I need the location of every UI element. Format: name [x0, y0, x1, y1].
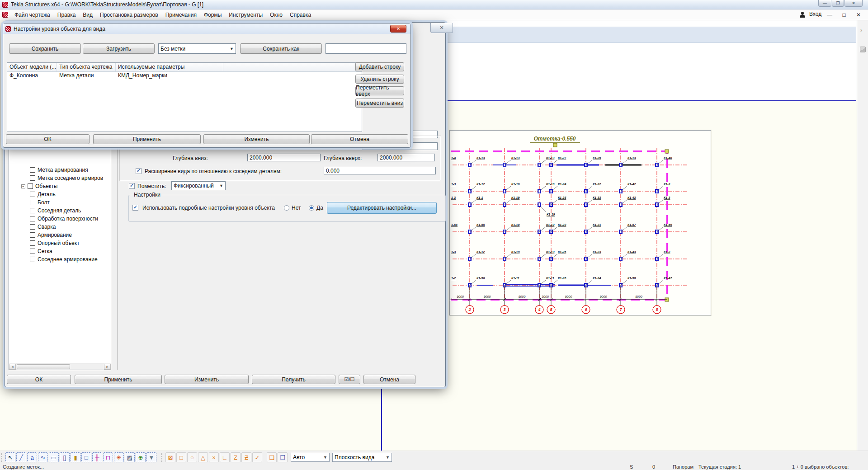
selection-handle[interactable]: [553, 143, 557, 147]
tree-item[interactable]: Метка соседнего армиров: [9, 174, 111, 182]
column-mark-label[interactable]: К1-10: [511, 183, 519, 186]
column-mark-label[interactable]: К1-11: [511, 277, 519, 280]
column-mark-label[interactable]: К1-32: [593, 183, 601, 186]
center-target-icon[interactable]: ⊕: [136, 452, 146, 462]
column-mark-label[interactable]: К1-33: [593, 196, 601, 199]
column-mark-label[interactable]: К1-43: [627, 196, 636, 199]
drawing-plan-view[interactable]: Отметка-0.5501-4К1-13К1-13К1-13К1-27К1-3…: [450, 131, 711, 315]
save-button[interactable]: Сохранить: [9, 43, 81, 54]
dialog-cancel-button[interactable]: Отмена: [311, 134, 408, 144]
column-mark-label[interactable]: К1-12: [476, 250, 485, 254]
tree-item[interactable]: Соседнее армирование: [9, 255, 111, 263]
column-mark-label[interactable]: К1-19: [511, 250, 519, 254]
snap-any-icon[interactable]: ✓: [252, 452, 262, 462]
column-mark-label[interactable]: К1-13: [511, 156, 519, 160]
column-mark-label[interactable]: К1-10: [546, 183, 554, 186]
column-mark-label[interactable]: К1-55: [476, 223, 485, 226]
dimension-tool-icon[interactable]: ╫: [92, 452, 102, 462]
menu-item[interactable]: Справка: [286, 10, 315, 20]
load-button[interactable]: Загрузить: [83, 43, 155, 54]
column-mark-label[interactable]: К1-25: [558, 196, 566, 199]
menu-item[interactable]: Файл чертежа: [11, 10, 54, 20]
snap-extension-icon[interactable]: Z: [231, 452, 241, 462]
snap-intersection-icon[interactable]: ×: [209, 452, 219, 462]
column-mark-label[interactable]: К1-57: [627, 223, 636, 226]
column-mark-label[interactable]: К1-34: [593, 277, 601, 280]
scroll-left-arrow[interactable]: ◂: [9, 364, 16, 370]
scroll-thumb[interactable]: [17, 364, 70, 369]
column-mark-label[interactable]: К1-11: [546, 277, 554, 280]
column-mark-label[interactable]: К1-13: [546, 156, 554, 160]
column-mark-label[interactable]: К1-26: [558, 277, 566, 280]
tree-item[interactable]: Обработка поверхности: [9, 215, 111, 223]
restore-button[interactable]: ❐: [832, 0, 844, 7]
tree-item[interactable]: Армирование: [9, 231, 111, 239]
column-mark-label[interactable]: К1-10: [511, 223, 519, 226]
object-level-dialog-titlebar[interactable]: Настройки уровня объекта для вида: [3, 24, 410, 34]
menu-item[interactable]: Формы: [200, 10, 225, 20]
snap-plane-combo[interactable]: Плоскость вида ▼: [332, 453, 392, 462]
table-column-header[interactable]: Тип объекта чертежа: [57, 63, 116, 71]
column-mark-label[interactable]: 1-3: [451, 183, 456, 186]
tree-item[interactable]: −Объекты: [9, 182, 111, 190]
column-mark-label[interactable]: К1-59: [664, 223, 672, 226]
dialog-modify-button[interactable]: Изменить: [203, 134, 310, 144]
column-mark-label[interactable]: К1-24: [558, 183, 566, 186]
preset-combo[interactable]: Без метки ▼: [158, 43, 236, 54]
collapse-icon[interactable]: −: [21, 184, 25, 188]
area-select-icon[interactable]: □: [81, 452, 91, 462]
detail-settings-no-radio[interactable]: [284, 205, 289, 211]
column-mark-label[interactable]: К1-13: [627, 156, 636, 160]
place-combo[interactable]: Фиксированный ▼: [171, 181, 226, 190]
snap-perpendicular-icon[interactable]: ∟: [220, 452, 230, 462]
rect-tool-icon[interactable]: ▭: [49, 452, 59, 462]
column-mark-label[interactable]: К1-35: [593, 156, 601, 160]
model-cube-icon[interactable]: [860, 47, 866, 52]
tree-checkbox[interactable]: [30, 224, 35, 230]
mdi-maximize-button[interactable]: □: [838, 9, 850, 20]
tree-checkbox[interactable]: [30, 257, 35, 262]
view-modify-button[interactable]: Изменить: [165, 375, 249, 384]
mdi-close-button[interactable]: ✕: [853, 9, 864, 20]
tree-item[interactable]: Сварка: [9, 223, 111, 231]
column-mark-label[interactable]: К1-3: [664, 250, 670, 254]
view-dialog-close-button[interactable]: ✕: [430, 23, 453, 33]
column-mark-label[interactable]: К1-48: [664, 156, 672, 160]
column-mark-label[interactable]: К1-58: [627, 277, 636, 280]
text-tool-icon[interactable]: a: [27, 452, 37, 462]
tree-checkbox[interactable]: [30, 167, 35, 173]
view-ok-button[interactable]: ОК: [7, 375, 71, 384]
dialog-ok-button[interactable]: ОК: [6, 134, 90, 144]
menu-item[interactable]: Простановка размеров: [96, 10, 162, 20]
save-as-input[interactable]: [326, 43, 406, 54]
tree-item[interactable]: Болт: [9, 198, 111, 207]
tree-checkbox[interactable]: [30, 208, 35, 213]
row-button-1[interactable]: Добавить строку: [355, 62, 404, 71]
mdi-minimize-button[interactable]: —: [824, 9, 835, 20]
column-mark-label[interactable]: К1-56: [476, 277, 485, 280]
column-mark-label[interactable]: К1-3: [664, 196, 670, 199]
object-level-table[interactable]: Объект модели (...Тип объекта чертежаИсп…: [7, 62, 362, 132]
close-button[interactable]: ✕: [844, 0, 863, 7]
snap-endpoint-icon[interactable]: □: [176, 452, 186, 462]
menu-item[interactable]: Вид: [79, 10, 96, 20]
detail-settings-yes-radio[interactable]: [309, 205, 314, 211]
tree-checkbox[interactable]: [30, 240, 35, 246]
depth-up-input[interactable]: 2000.000: [377, 154, 435, 161]
line-tool-icon[interactable]: ╱: [16, 452, 26, 462]
toggle-all-checkboxes-button[interactable]: ☑/☐: [339, 375, 360, 384]
tree-horizontal-scrollbar[interactable]: ◂ ▸: [9, 363, 111, 370]
dimension-short-icon[interactable]: ⊓: [103, 452, 113, 462]
column-mark-label[interactable]: К1-1: [476, 196, 483, 199]
view-cancel-button[interactable]: Отмена: [363, 375, 415, 384]
column-mark-label[interactable]: К1-19: [547, 213, 555, 216]
view-title[interactable]: Отметка-0.550: [534, 136, 576, 142]
column-mark-label[interactable]: К1-43: [627, 250, 636, 254]
view-apply-button[interactable]: Применить: [75, 375, 162, 384]
ortho-toggle-icon[interactable]: ❏: [267, 452, 277, 462]
minimize-button[interactable]: —: [818, 0, 831, 7]
column-mark-label[interactable]: К1-3: [664, 183, 670, 186]
tree-checkbox[interactable]: [30, 232, 35, 238]
extend-view-input[interactable]: 0.000: [324, 167, 436, 174]
tree-item[interactable]: Деталь: [9, 190, 111, 198]
